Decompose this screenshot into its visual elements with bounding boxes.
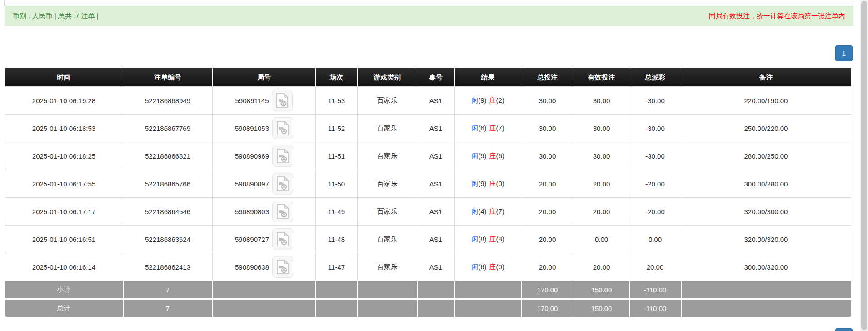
cell-payout: 0.00 [629, 226, 681, 253]
cell-time: 2025-01-10 06:18:53 [5, 115, 123, 142]
cell-table-no: AS1 [417, 198, 455, 226]
header-remark: 备注 [681, 68, 851, 87]
cell-session: 11-48 [316, 226, 358, 253]
subtotal-payout: -110.00 [629, 281, 681, 299]
cell-bet-id: 522186865766 [123, 170, 213, 198]
cell-result: 闲(6)庄(7) [455, 115, 521, 142]
cell-session: 11-52 [316, 115, 358, 142]
video-record-button[interactable] [272, 201, 293, 222]
table-row: 2025-01-10 06:17:55 522186865766 5908908… [5, 170, 851, 198]
pagination-page-1-top[interactable]: 1 [835, 45, 853, 61]
cell-time: 2025-01-10 06:17:17 [5, 198, 123, 226]
cell-round-no: 590890638 [213, 253, 315, 281]
header-time: 时间 [5, 68, 123, 87]
result-banker-label: 庄 [489, 263, 496, 271]
cell-total-bet[interactable]: 20.00 [521, 170, 574, 198]
result-player-label: 闲 [471, 180, 478, 187]
cell-remark: 280.00/250.00 [681, 142, 851, 170]
video-record-button[interactable] [272, 145, 293, 167]
cell-game-type: 百家乐 [358, 115, 417, 142]
table-summary: 小计 7 170.00 150.00 -110.00 总计 7 170.00 1… [5, 281, 851, 317]
header-session: 场次 [316, 68, 358, 87]
result-banker-score: (7) [496, 207, 504, 215]
table-row: 2025-01-10 06:17:17 522186864546 5908908… [5, 198, 851, 226]
result-banker-score: (6) [496, 152, 504, 160]
result-player-score: (4) [478, 207, 486, 215]
result-banker-label: 庄 [489, 152, 496, 160]
cell-payout: 20.00 [629, 253, 681, 281]
cell-game-type: 百家乐 [358, 170, 417, 198]
header-result: 结果 [455, 68, 521, 87]
total-count: 7 [123, 299, 213, 317]
cell-remark: 300.00/320.00 [681, 253, 851, 281]
cell-session: 11-51 [316, 142, 358, 170]
result-banker-label: 庄 [489, 124, 496, 132]
cell-payout: -20.00 [629, 170, 681, 198]
cell-valid-bet: 20.00 [574, 170, 629, 198]
cell-game-type: 百家乐 [358, 87, 417, 115]
cell-remark: 220.00/190.00 [681, 87, 851, 115]
result-player-score: (6) [478, 124, 486, 132]
cell-session: 11-47 [316, 253, 358, 281]
cell-valid-bet: 30.00 [574, 142, 629, 170]
cell-time: 2025-01-10 06:17:55 [5, 170, 123, 198]
pagination-page-1-bottom[interactable]: 1 [835, 328, 853, 331]
cell-time: 2025-01-10 06:16:14 [5, 253, 123, 281]
video-record-icon [276, 232, 289, 246]
cell-bet-id: 522186867769 [123, 115, 213, 142]
total-label: 总计 [5, 299, 123, 317]
video-record-icon [276, 93, 289, 108]
cell-round-no: 590890969 [213, 142, 315, 170]
cell-total-bet[interactable]: 20.00 [521, 253, 574, 281]
cell-time: 2025-01-10 06:19:28 [5, 87, 123, 115]
video-record-button[interactable] [272, 90, 293, 111]
total-payout: -110.00 [629, 299, 681, 317]
header-bet-id: 注单编号 [123, 68, 213, 87]
video-record-button[interactable] [272, 256, 293, 278]
cell-round-no: 590890897 [213, 170, 315, 197]
cell-time: 2025-01-10 06:18:25 [5, 142, 123, 170]
video-record-button[interactable] [272, 228, 293, 250]
cell-remark: 300.00/280.00 [681, 170, 851, 198]
cell-time: 2025-01-10 06:16:51 [5, 226, 123, 253]
scrollbar-thumb[interactable] [861, 1, 867, 330]
result-player-label: 闲 [471, 263, 478, 271]
total-row: 总计 7 170.00 150.00 -110.00 [5, 299, 851, 317]
cell-total-bet[interactable]: 30.00 [521, 142, 574, 170]
cell-session: 11-49 [316, 198, 358, 226]
result-player-label: 闲 [471, 124, 478, 132]
cell-total-bet[interactable]: 20.00 [521, 198, 574, 226]
cell-session: 11-53 [316, 87, 358, 115]
video-record-icon [276, 204, 289, 219]
cell-total-bet[interactable]: 30.00 [521, 115, 574, 142]
table-header: 时间 注单编号 局号 场次 游戏类别 桌号 结果 总投注 有效投注 总派彩 备注 [5, 68, 851, 87]
vertical-scrollbar[interactable] [860, 0, 868, 331]
cell-round-no: 590891053 [213, 115, 315, 142]
cell-table-no: AS1 [417, 226, 455, 253]
cell-bet-id: 522186862413 [123, 253, 213, 281]
total-total-bet: 170.00 [521, 299, 574, 317]
valid-bet-notice: 同局有效投注，统一计算在该局第一张注单内 [709, 12, 845, 20]
cell-total-bet[interactable]: 20.00 [521, 226, 574, 253]
cell-result: 闲(9)庄(2) [455, 87, 521, 115]
video-record-icon [276, 260, 289, 274]
cell-total-bet[interactable]: 30.00 [521, 87, 574, 115]
round-number: 590890897 [235, 180, 269, 188]
table-row: 2025-01-10 06:16:14 522186862413 5908906… [5, 253, 851, 281]
result-banker-score: (8) [496, 235, 504, 243]
table-row: 2025-01-10 06:18:53 522186867769 5908910… [5, 115, 851, 142]
result-player-score: (9) [478, 96, 486, 104]
cell-result: 闲(4)庄(7) [455, 198, 521, 226]
video-record-button[interactable] [272, 173, 293, 195]
cell-game-type: 百家乐 [358, 253, 417, 281]
cell-table-no: AS1 [417, 170, 455, 198]
cell-game-type: 百家乐 [358, 226, 417, 253]
video-record-button[interactable] [272, 117, 293, 139]
cell-game-type: 百家乐 [358, 142, 417, 170]
cell-session: 11-50 [316, 170, 358, 198]
bet-records-table: 时间 注单编号 局号 场次 游戏类别 桌号 结果 总投注 有效投注 总派彩 备注… [5, 68, 851, 317]
result-player-score: (6) [478, 263, 486, 271]
subtotal-label: 小计 [5, 281, 123, 299]
header-payout: 总派彩 [629, 68, 681, 87]
cell-result: 闲(9)庄(0) [455, 170, 521, 198]
